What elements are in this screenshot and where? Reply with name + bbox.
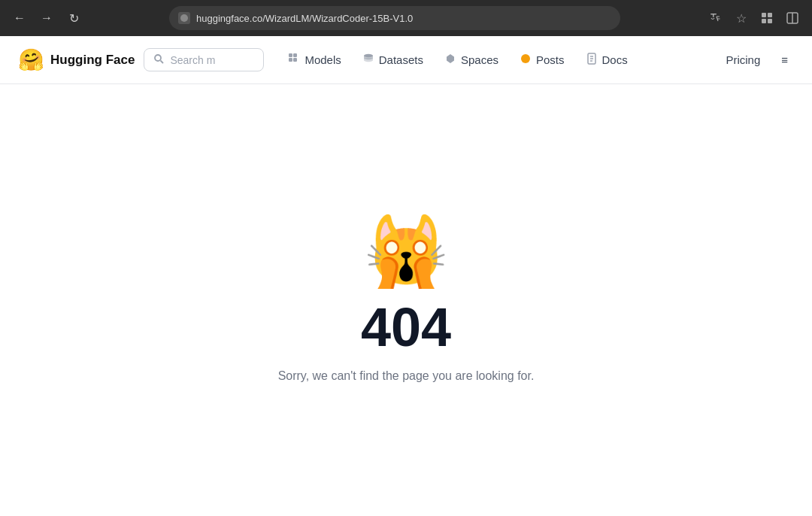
nav-more-button[interactable]: ≡ [775,49,794,71]
posts-label: Posts [536,53,565,66]
datasets-label: Datasets [379,53,423,66]
spaces-icon [444,53,456,68]
brand-logo: 🤗 [18,47,44,72]
error-code: 404 [361,300,451,354]
docs-icon [586,53,598,68]
main-content: 🙀 404 Sorry, we can't find the page you … [0,84,812,516]
error-emoji: 🙀 [364,217,448,285]
forward-button[interactable]: → [36,8,57,29]
reload-button[interactable]: ↻ [63,8,84,29]
search-icon [153,53,164,66]
svg-rect-13 [289,58,292,62]
svg-point-0 [180,14,188,22]
navbar: 🤗 Hugging Face Search m [0,36,812,84]
split-view-button[interactable] [782,8,803,29]
posts-icon [520,53,532,68]
svg-rect-12 [293,53,297,57]
svg-point-9 [155,55,161,61]
address-bar[interactable]: huggingface.co/WizardLM/WizardCoder-15B-… [169,6,620,30]
nav-pricing[interactable]: Pricing [717,49,769,71]
svg-rect-5 [762,19,766,23]
search-bar[interactable]: Search m [144,48,264,71]
url-text: huggingface.co/WizardLM/WizardCoder-15B-… [196,13,611,24]
nav-item-datasets[interactable]: Datasets [353,48,432,72]
nav-item-posts[interactable]: Posts [511,48,574,72]
more-icon: ≡ [781,53,788,66]
datasets-icon [362,53,374,68]
svg-rect-11 [289,53,292,57]
docs-label: Docs [602,53,628,66]
nav-items: Models Datasets Spaces [279,48,710,72]
bookmark-button[interactable]: ☆ [731,8,752,29]
favicon [178,12,190,24]
svg-line-10 [161,61,164,64]
brand-name: Hugging Face [50,53,135,68]
error-message: Sorry, we can't find the page you are lo… [278,369,535,383]
nav-right: Pricing ≡ [717,49,794,71]
brand-link[interactable]: 🤗 Hugging Face [18,47,135,72]
spaces-label: Spaces [461,53,498,66]
svg-rect-14 [293,58,297,62]
search-placeholder: Search m [170,54,215,66]
models-icon [288,53,300,68]
svg-rect-4 [768,13,772,17]
svg-rect-2 [713,14,714,17]
pricing-label: Pricing [726,53,760,66]
translate-button[interactable] [705,8,726,29]
nav-item-spaces[interactable]: Spaces [435,48,508,72]
extension-button[interactable] [756,8,777,29]
svg-rect-3 [762,13,766,17]
browser-actions: ☆ [705,8,803,29]
models-label: Models [304,53,341,66]
nav-item-models[interactable]: Models [279,48,350,72]
browser-chrome: ← → ↻ huggingface.co/WizardLM/WizardCode… [0,0,812,36]
nav-item-docs[interactable]: Docs [577,48,637,72]
svg-rect-6 [768,19,772,23]
nav-left: 🤗 Hugging Face Search m [18,47,264,72]
svg-point-16 [521,54,530,63]
back-button[interactable]: ← [9,8,30,29]
